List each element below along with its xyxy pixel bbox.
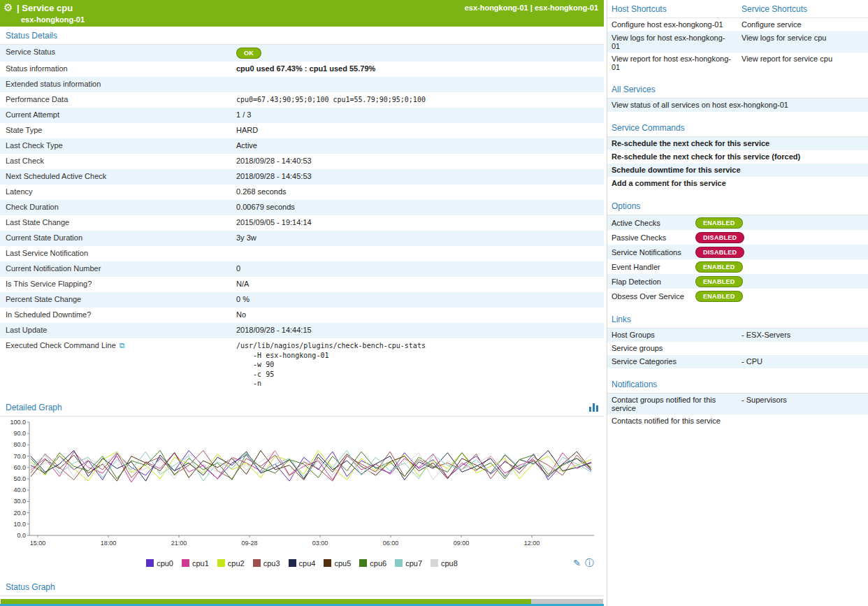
host-shortcut-link[interactable]: View logs for host esx-hongkong-01 bbox=[607, 31, 737, 52]
legend-item-cpu8: cpu8 bbox=[431, 559, 458, 568]
option-row: Flap DetectionENABLED bbox=[607, 274, 868, 289]
legend-swatch bbox=[289, 559, 296, 567]
service-command-row: Re-schedule the next check for this serv… bbox=[607, 137, 868, 150]
service-command-row: Schedule downtime for this service bbox=[607, 164, 868, 177]
all-services-link[interactable]: View status of all services on host esx-… bbox=[607, 99, 793, 111]
link-row-value[interactable]: - CPU bbox=[737, 355, 767, 368]
status-row-value: 2018/09/28 - 14:40:53 bbox=[232, 154, 316, 168]
service-command-link[interactable]: Re-schedule the next check for this serv… bbox=[607, 137, 774, 150]
service-shortcut-link[interactable]: View logs for service cpu bbox=[737, 31, 830, 44]
status-row: Current Notification Number0 bbox=[0, 261, 604, 277]
service-commands-heading-label: Service Commands bbox=[612, 123, 685, 133]
edit-icon[interactable]: ✎ bbox=[573, 558, 581, 568]
legend-label: cpu5 bbox=[334, 559, 351, 568]
shortcuts-table: Configure host esx-hongkong-01Configure … bbox=[607, 18, 868, 73]
status-row-label: Current Notification Number bbox=[0, 261, 232, 275]
option-state-badge[interactable]: DISABLED bbox=[695, 232, 744, 243]
status-row-label: State Type bbox=[0, 123, 232, 137]
status-row-value: 0 bbox=[232, 261, 245, 275]
status-row-value bbox=[232, 246, 240, 252]
bar-chart-icon[interactable] bbox=[589, 403, 598, 412]
svg-text:80.0: 80.0 bbox=[13, 441, 26, 448]
service-shortcuts-heading[interactable]: Service Shortcuts bbox=[742, 4, 807, 14]
status-row: Current Attempt1 / 3 bbox=[0, 108, 604, 123]
link-row-value[interactable]: - ESX-Servers bbox=[737, 329, 795, 341]
service-commands-list: Re-schedule the next check for this serv… bbox=[607, 137, 868, 190]
option-label: Passive Checks bbox=[607, 231, 695, 244]
page-subtitle: esx-hongkong-01 bbox=[21, 15, 85, 24]
service-shortcut-link[interactable]: View report for service cpu bbox=[737, 52, 837, 65]
svg-text:21:00: 21:00 bbox=[171, 540, 187, 547]
option-state-badge[interactable]: ENABLED bbox=[695, 217, 743, 229]
status-row-value: 2015/09/05 - 19:14:14 bbox=[232, 215, 316, 229]
legend-swatch bbox=[359, 559, 367, 567]
status-row-label: Performance Data bbox=[0, 92, 232, 106]
service-command-link[interactable]: Add a comment for this service bbox=[607, 177, 730, 189]
svg-text:70.0: 70.0 bbox=[13, 452, 26, 459]
page-title: | Service cpu bbox=[17, 3, 73, 13]
command-expand-icon[interactable]: ⧉ bbox=[120, 341, 125, 349]
links-list: Host Groups- ESX-ServersService groupsSe… bbox=[607, 329, 868, 368]
status-row-value: N/A bbox=[232, 277, 253, 291]
option-label: Obsess Over Service bbox=[607, 290, 695, 303]
status-row: Performance Datacpu0=67.43;90;95;0;100 c… bbox=[0, 92, 604, 108]
status-row: Percent State Change0 % bbox=[0, 292, 604, 308]
legend-item-cpu5: cpu5 bbox=[324, 559, 351, 568]
link-row-label: Host Groups bbox=[607, 329, 737, 341]
option-label: Active Checks bbox=[607, 217, 695, 229]
status-row: Last Update2018/09/28 - 14:44:15 bbox=[0, 323, 604, 338]
status-row-label: Current State Duration bbox=[0, 231, 232, 245]
notification-row-value[interactable]: - Supervisors bbox=[737, 394, 791, 406]
options-list: Active ChecksENABLEDPassive ChecksDISABL… bbox=[607, 215, 868, 303]
link-row-label: Service groups bbox=[607, 342, 737, 354]
option-state-badge[interactable]: ENABLED bbox=[695, 276, 743, 287]
option-state-badge[interactable]: ENABLED bbox=[695, 261, 743, 273]
status-graph-heading: Status Graph bbox=[0, 578, 604, 596]
info-icon[interactable]: ⓘ bbox=[585, 558, 594, 568]
legend-swatch bbox=[217, 559, 225, 567]
status-row: Check Duration0.00679 seconds bbox=[0, 200, 604, 215]
option-state-badge[interactable]: ENABLED bbox=[695, 291, 743, 302]
host-shortcut-link[interactable]: View report for host esx-hongkong-01 bbox=[607, 52, 737, 73]
notifications-heading: Notifications bbox=[607, 375, 868, 394]
status-row-label: Status information bbox=[0, 62, 232, 75]
status-row-value: 0.00679 seconds bbox=[232, 200, 299, 214]
option-label: Event Handler bbox=[607, 261, 695, 273]
notification-row-label: Contacts notified for this service bbox=[607, 414, 737, 427]
host-shortcuts-heading[interactable]: Host Shortcuts bbox=[612, 4, 742, 14]
status-row-label: Is This Service Flapping? bbox=[0, 277, 232, 291]
svg-text:15:00: 15:00 bbox=[30, 540, 46, 547]
mono-value: /usr/lib/nagios/plugins/check-bench-cpu-… bbox=[236, 341, 426, 389]
svg-text:18:00: 18:00 bbox=[101, 540, 117, 547]
notification-row: Contacts notified for this service bbox=[607, 414, 868, 428]
status-row: Last Check2018/09/28 - 14:40:53 bbox=[0, 154, 604, 169]
main-panel: ⚙ | Service cpu esx-hongkong-01 esx-hong… bbox=[0, 0, 604, 606]
status-row-label: Check Duration bbox=[0, 200, 232, 214]
legend-item-cpu2: cpu2 bbox=[217, 559, 245, 568]
header-host-service: esx-hongkong-01 | esx-hongkong-01 bbox=[465, 3, 598, 12]
host-shortcut-link[interactable]: Configure host esx-hongkong-01 bbox=[607, 18, 737, 31]
link-row-label: Service Categories bbox=[607, 355, 737, 368]
svg-text:20.0: 20.0 bbox=[13, 509, 26, 516]
svg-text:50.0: 50.0 bbox=[13, 475, 26, 482]
status-details-heading-label: Status Details bbox=[6, 31, 57, 41]
notification-row-value[interactable] bbox=[737, 414, 746, 419]
status-row-label: Last Update bbox=[0, 323, 232, 337]
service-command-link[interactable]: Re-schedule the next check for this serv… bbox=[607, 150, 804, 163]
link-row: Service Categories- CPU bbox=[607, 355, 868, 368]
legend-item-cpu4: cpu4 bbox=[289, 559, 316, 568]
legend-swatch bbox=[431, 559, 438, 567]
gear-icon[interactable]: ⚙ bbox=[3, 1, 13, 14]
shortcut-row: View logs for host esx-hongkong-01View l… bbox=[607, 31, 868, 52]
service-shortcut-link[interactable]: Configure service bbox=[737, 18, 806, 31]
shortcut-row: Configure host esx-hongkong-01Configure … bbox=[607, 18, 868, 31]
link-row: Service groups bbox=[607, 342, 868, 355]
all-services-row: View status of all services on host esx-… bbox=[607, 99, 868, 112]
status-row: Last Check TypeActive bbox=[0, 138, 604, 154]
link-row-value[interactable] bbox=[737, 342, 746, 346]
status-row-value: /usr/lib/nagios/plugins/check-bench-cpu-… bbox=[232, 338, 430, 391]
status-row-label: Last Service Notification bbox=[0, 246, 232, 260]
status-row-label: Extended status information bbox=[0, 77, 232, 91]
option-state-badge[interactable]: DISABLED bbox=[695, 247, 744, 258]
service-command-link[interactable]: Schedule downtime for this service bbox=[607, 164, 745, 176]
